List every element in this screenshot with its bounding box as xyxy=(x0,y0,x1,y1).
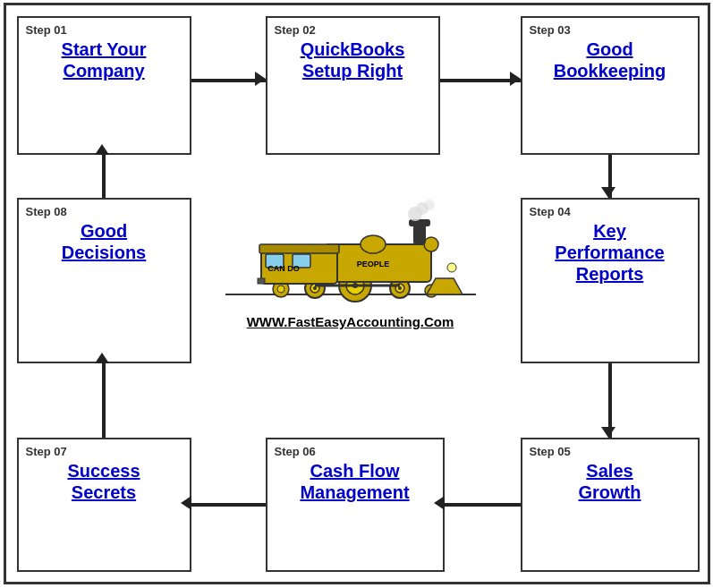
step-03-box: Step 03 GoodBookkeeping xyxy=(521,16,700,155)
arrowhead-s4-s5 xyxy=(601,427,615,438)
step-06-label: Step 06 xyxy=(275,445,436,458)
arrowhead-s3-s4 xyxy=(601,187,615,198)
svg-text:CAN DO: CAN DO xyxy=(267,264,300,273)
svg-marker-26 xyxy=(427,278,463,294)
step-03-label: Step 03 xyxy=(530,23,691,37)
arrowhead-s5-s6 xyxy=(434,496,445,510)
svg-rect-22 xyxy=(259,244,339,253)
step-01-box: Step 01 Start YourCompany xyxy=(17,16,191,155)
step-05-box: Step 05 SalesGrowth xyxy=(521,438,700,572)
arrowhead-s1-s2 xyxy=(255,72,266,86)
arrowhead-s7-s8 xyxy=(95,353,109,363)
arrow-s2-s3 xyxy=(440,79,521,82)
step-07-title: SuccessSecrets xyxy=(26,460,182,503)
arrow-s7-s8 xyxy=(102,363,106,438)
step-08-box: Step 08 GoodDecisions xyxy=(17,198,191,363)
step-03-title: GoodBookkeeping xyxy=(530,38,691,81)
step-07-label: Step 07 xyxy=(26,445,182,458)
svg-rect-31 xyxy=(258,278,265,284)
step-05-title: SalesGrowth xyxy=(530,460,691,503)
step-04-box: Step 04 KeyPerformanceReports xyxy=(521,198,700,363)
center-section: CAN DO PEOPLE WWW.FastEasyAccounting.Com xyxy=(199,198,503,329)
step-01-label: Step 01 xyxy=(26,23,182,37)
svg-point-30 xyxy=(447,263,456,272)
step-02-label: Step 02 xyxy=(275,23,431,37)
step-04-title: KeyPerformanceReports xyxy=(530,220,691,285)
svg-text:PEOPLE: PEOPLE xyxy=(356,260,389,268)
svg-point-9 xyxy=(313,286,317,290)
step-08-title: GoodDecisions xyxy=(26,220,182,263)
step-05-label: Step 05 xyxy=(530,445,691,458)
website-text: WWW.FastEasyAccounting.Com xyxy=(199,314,503,329)
step-02-title: QuickBooksSetup Right xyxy=(275,38,431,81)
step-08-label: Step 08 xyxy=(26,205,182,218)
svg-point-6 xyxy=(398,286,402,290)
step-06-title: Cash FlowManagement xyxy=(275,460,436,503)
arrowhead-s8-s1 xyxy=(95,144,109,155)
svg-point-15 xyxy=(424,237,438,251)
arrow-s8-s1 xyxy=(102,155,106,198)
arrow-s6-s7 xyxy=(191,503,266,507)
svg-point-18 xyxy=(361,235,386,253)
step-04-label: Step 04 xyxy=(530,205,691,218)
arrow-s5-s6 xyxy=(445,503,521,507)
step-01-title: Start YourCompany xyxy=(26,38,182,81)
svg-point-13 xyxy=(277,285,284,293)
arrowhead-s2-s3 xyxy=(510,72,521,86)
main-container: Step 01 Start YourCompany Step 02 QuickB… xyxy=(4,3,710,584)
svg-point-29 xyxy=(424,200,435,210)
step-06-box: Step 06 Cash FlowManagement xyxy=(266,438,445,572)
step-02-box: Step 02 QuickBooksSetup Right xyxy=(266,16,440,155)
arrowhead-s6-s7 xyxy=(181,496,191,510)
train-image: CAN DO PEOPLE xyxy=(216,198,485,305)
step-07-box: Step 07 SuccessSecrets xyxy=(17,438,191,572)
